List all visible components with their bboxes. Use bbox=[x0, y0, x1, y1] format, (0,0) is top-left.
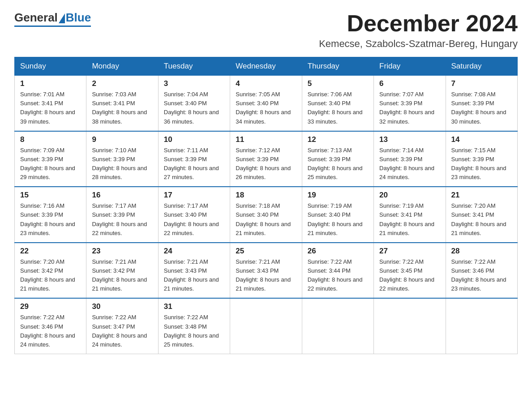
day-number: 20 bbox=[379, 191, 440, 200]
day-number: 13 bbox=[379, 135, 440, 144]
day-cell: 25Sunrise: 7:21 AMSunset: 3:43 PMDayligh… bbox=[230, 243, 302, 299]
day-info: Sunrise: 7:22 AMSunset: 3:47 PMDaylight:… bbox=[92, 313, 152, 349]
day-info: Sunrise: 7:06 AMSunset: 3:40 PMDaylight:… bbox=[308, 90, 368, 126]
day-info: Sunrise: 7:07 AMSunset: 3:39 PMDaylight:… bbox=[379, 90, 440, 126]
month-title: December 2024 bbox=[319, 11, 518, 36]
day-info: Sunrise: 7:04 AMSunset: 3:40 PMDaylight:… bbox=[164, 90, 224, 126]
day-cell: 19Sunrise: 7:19 AMSunset: 3:40 PMDayligh… bbox=[302, 187, 373, 243]
day-info: Sunrise: 7:11 AMSunset: 3:39 PMDaylight:… bbox=[164, 146, 224, 182]
day-info: Sunrise: 7:20 AMSunset: 3:42 PMDaylight:… bbox=[20, 257, 81, 294]
week-row-4: 22Sunrise: 7:20 AMSunset: 3:42 PMDayligh… bbox=[15, 243, 518, 299]
day-number: 7 bbox=[451, 79, 512, 88]
day-cell: 3Sunrise: 7:04 AMSunset: 3:40 PMDaylight… bbox=[158, 76, 230, 131]
day-cell: 31Sunrise: 7:22 AMSunset: 3:48 PMDayligh… bbox=[158, 298, 230, 354]
day-number: 15 bbox=[20, 191, 81, 200]
day-cell: 21Sunrise: 7:20 AMSunset: 3:41 PMDayligh… bbox=[446, 187, 517, 243]
day-cell bbox=[230, 298, 302, 354]
day-info: Sunrise: 7:03 AMSunset: 3:41 PMDaylight:… bbox=[92, 90, 152, 126]
day-cell: 15Sunrise: 7:16 AMSunset: 3:39 PMDayligh… bbox=[15, 187, 86, 243]
day-cell: 28Sunrise: 7:22 AMSunset: 3:46 PMDayligh… bbox=[446, 243, 517, 299]
day-number: 6 bbox=[379, 79, 440, 88]
day-number: 11 bbox=[236, 135, 296, 144]
day-cell: 18Sunrise: 7:18 AMSunset: 3:40 PMDayligh… bbox=[230, 187, 302, 243]
calendar-header-row: SundayMondayTuesdayWednesdayThursdayFrid… bbox=[15, 57, 518, 76]
week-row-5: 29Sunrise: 7:22 AMSunset: 3:46 PMDayligh… bbox=[15, 298, 518, 354]
day-info: Sunrise: 7:19 AMSunset: 3:40 PMDaylight:… bbox=[308, 201, 368, 238]
day-number: 12 bbox=[308, 135, 368, 144]
col-header-friday: Friday bbox=[374, 57, 446, 76]
day-info: Sunrise: 7:22 AMSunset: 3:45 PMDaylight:… bbox=[379, 257, 440, 294]
day-cell: 5Sunrise: 7:06 AMSunset: 3:40 PMDaylight… bbox=[302, 76, 373, 131]
day-cell: 4Sunrise: 7:05 AMSunset: 3:40 PMDaylight… bbox=[230, 76, 302, 131]
day-cell: 29Sunrise: 7:22 AMSunset: 3:46 PMDayligh… bbox=[15, 298, 86, 354]
day-info: Sunrise: 7:21 AMSunset: 3:43 PMDaylight:… bbox=[164, 257, 224, 294]
day-info: Sunrise: 7:12 AMSunset: 3:39 PMDaylight:… bbox=[236, 146, 296, 182]
calendar-table: SundayMondayTuesdayWednesdayThursdayFrid… bbox=[14, 57, 518, 354]
week-row-1: 1Sunrise: 7:01 AMSunset: 3:41 PMDaylight… bbox=[15, 76, 518, 131]
day-cell: 1Sunrise: 7:01 AMSunset: 3:41 PMDaylight… bbox=[15, 76, 86, 131]
calendar-body: 1Sunrise: 7:01 AMSunset: 3:41 PMDaylight… bbox=[15, 76, 518, 354]
logo-blue-text: Blue bbox=[66, 11, 91, 25]
day-info: Sunrise: 7:22 AMSunset: 3:48 PMDaylight:… bbox=[164, 313, 224, 349]
day-cell: 9Sunrise: 7:10 AMSunset: 3:39 PMDaylight… bbox=[86, 131, 158, 187]
day-cell: 27Sunrise: 7:22 AMSunset: 3:45 PMDayligh… bbox=[374, 243, 446, 299]
day-cell: 7Sunrise: 7:08 AMSunset: 3:39 PMDaylight… bbox=[446, 76, 517, 131]
day-info: Sunrise: 7:22 AMSunset: 3:44 PMDaylight:… bbox=[308, 257, 368, 294]
location-subtitle: Kemecse, Szabolcs-Szatmar-Bereg, Hungary bbox=[319, 38, 518, 50]
day-cell bbox=[302, 298, 373, 354]
day-cell: 2Sunrise: 7:03 AMSunset: 3:41 PMDaylight… bbox=[86, 76, 158, 131]
day-cell: 20Sunrise: 7:19 AMSunset: 3:41 PMDayligh… bbox=[374, 187, 446, 243]
day-cell: 30Sunrise: 7:22 AMSunset: 3:47 PMDayligh… bbox=[86, 298, 158, 354]
day-number: 29 bbox=[20, 302, 81, 311]
day-number: 26 bbox=[308, 247, 368, 256]
day-info: Sunrise: 7:14 AMSunset: 3:39 PMDaylight:… bbox=[379, 146, 440, 182]
day-cell: 24Sunrise: 7:21 AMSunset: 3:43 PMDayligh… bbox=[158, 243, 230, 299]
day-number: 21 bbox=[451, 191, 512, 200]
logo-general-text: General bbox=[14, 11, 58, 25]
day-cell: 10Sunrise: 7:11 AMSunset: 3:39 PMDayligh… bbox=[158, 131, 230, 187]
day-number: 24 bbox=[164, 247, 224, 256]
day-number: 5 bbox=[308, 79, 368, 88]
day-number: 3 bbox=[164, 79, 224, 88]
day-number: 18 bbox=[236, 191, 296, 200]
day-cell bbox=[446, 298, 517, 354]
day-number: 27 bbox=[379, 247, 440, 256]
day-info: Sunrise: 7:10 AMSunset: 3:39 PMDaylight:… bbox=[92, 146, 152, 182]
day-cell: 12Sunrise: 7:13 AMSunset: 3:39 PMDayligh… bbox=[302, 131, 373, 187]
day-cell: 13Sunrise: 7:14 AMSunset: 3:39 PMDayligh… bbox=[374, 131, 446, 187]
day-info: Sunrise: 7:21 AMSunset: 3:43 PMDaylight:… bbox=[236, 257, 296, 294]
day-cell: 16Sunrise: 7:17 AMSunset: 3:39 PMDayligh… bbox=[86, 187, 158, 243]
col-header-tuesday: Tuesday bbox=[158, 57, 230, 76]
day-info: Sunrise: 7:05 AMSunset: 3:40 PMDaylight:… bbox=[236, 90, 296, 126]
day-number: 2 bbox=[92, 79, 152, 88]
logo: General Blue bbox=[14, 11, 91, 27]
day-cell: 22Sunrise: 7:20 AMSunset: 3:42 PMDayligh… bbox=[15, 243, 86, 299]
day-cell: 6Sunrise: 7:07 AMSunset: 3:39 PMDaylight… bbox=[374, 76, 446, 131]
day-number: 8 bbox=[20, 135, 81, 144]
day-info: Sunrise: 7:22 AMSunset: 3:46 PMDaylight:… bbox=[451, 257, 512, 294]
col-header-sunday: Sunday bbox=[15, 57, 86, 76]
day-number: 10 bbox=[164, 135, 224, 144]
day-number: 30 bbox=[92, 302, 152, 311]
day-number: 23 bbox=[92, 247, 152, 256]
day-number: 28 bbox=[451, 247, 512, 256]
day-info: Sunrise: 7:16 AMSunset: 3:39 PMDaylight:… bbox=[20, 201, 81, 238]
day-number: 25 bbox=[236, 247, 296, 256]
week-row-3: 15Sunrise: 7:16 AMSunset: 3:39 PMDayligh… bbox=[15, 187, 518, 243]
col-header-monday: Monday bbox=[86, 57, 158, 76]
day-cell bbox=[374, 298, 446, 354]
day-number: 1 bbox=[20, 79, 81, 88]
col-header-saturday: Saturday bbox=[446, 57, 517, 76]
day-number: 14 bbox=[451, 135, 512, 144]
day-cell: 26Sunrise: 7:22 AMSunset: 3:44 PMDayligh… bbox=[302, 243, 373, 299]
day-number: 22 bbox=[20, 247, 81, 256]
day-cell: 11Sunrise: 7:12 AMSunset: 3:39 PMDayligh… bbox=[230, 131, 302, 187]
page-header: General Blue December 2024 Kemecse, Szab… bbox=[14, 11, 518, 50]
day-number: 17 bbox=[164, 191, 224, 200]
day-number: 4 bbox=[236, 79, 296, 88]
week-row-2: 8Sunrise: 7:09 AMSunset: 3:39 PMDaylight… bbox=[15, 131, 518, 187]
day-info: Sunrise: 7:22 AMSunset: 3:46 PMDaylight:… bbox=[20, 313, 81, 349]
day-info: Sunrise: 7:19 AMSunset: 3:41 PMDaylight:… bbox=[379, 201, 440, 238]
title-block: December 2024 Kemecse, Szabolcs-Szatmar-… bbox=[319, 11, 518, 50]
day-cell: 23Sunrise: 7:21 AMSunset: 3:42 PMDayligh… bbox=[86, 243, 158, 299]
